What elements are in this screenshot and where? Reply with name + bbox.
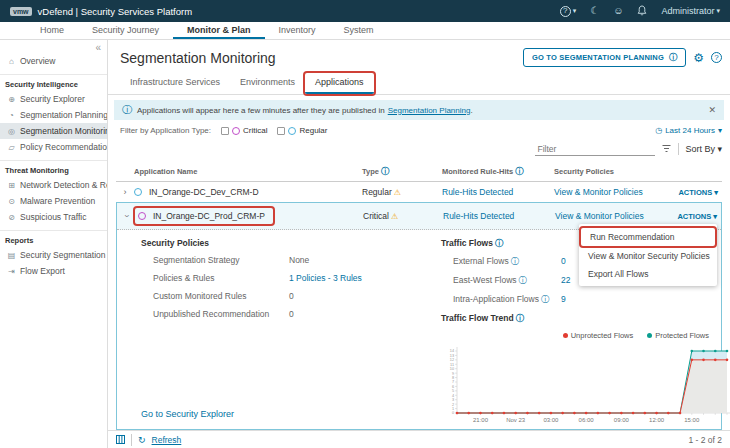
list-footer: ↻ Refresh 1 - 2 of 2 [108, 430, 730, 448]
expanded-row-container: › IN_Orange-DC_Prod_CRM-P Critical⚠ Rule… [116, 202, 722, 430]
sidebar-item-security-explorer[interactable]: ⊕ Security Explorer [0, 91, 107, 107]
banner-close-icon[interactable]: ✕ [708, 105, 716, 115]
actions-menu: Run Recommendation View & Monitor Securi… [579, 224, 717, 286]
info-icon: ⓘ [495, 239, 503, 248]
filter-funnel-icon[interactable] [661, 140, 672, 158]
svg-text:10: 10 [450, 367, 454, 371]
main-content: Segmentation Monitoring GO TO SEGMENTATI… [108, 40, 730, 448]
nav-monitor-plan[interactable]: Monitor & Plan [173, 22, 265, 39]
sidebar-item-policy-recommendations[interactable]: ▱ Policy Recommendations [0, 139, 107, 155]
tab-infrastructure-services[interactable]: Infrastructure Services [120, 73, 230, 94]
refresh-link[interactable]: Refresh [152, 435, 182, 445]
menu-item-run-recommendation[interactable]: Run Recommendation [581, 228, 715, 246]
go-to-segmentation-planning-button[interactable]: GO TO SEGMENTATION PLANNING ⓘ [523, 48, 686, 67]
svg-text:2: 2 [452, 403, 454, 407]
divider [678, 143, 679, 155]
feedback-smiley-icon[interactable]: ☺ [613, 6, 623, 16]
detail-row: Intra-Application Flowsⓘ 9 [441, 294, 715, 305]
sort-by-dropdown[interactable]: Sort By ▾ [685, 144, 722, 154]
help-menu-icon[interactable]: ?▾ [560, 5, 577, 17]
divider [131, 434, 132, 446]
chevron-down-icon: ▾ [716, 7, 720, 15]
help-icon[interactable]: ? [711, 52, 722, 63]
svg-text:12:00: 12:00 [649, 417, 665, 423]
security-explorer-icon: ⊕ [7, 95, 16, 104]
table-header-row: Application Name Typeⓘ Monitored Rule-Hi… [116, 162, 722, 182]
col-monitored-rule-hits: Monitored Rule-Hitsⓘ [442, 166, 554, 177]
go-to-security-explorer-link[interactable]: Go to Security Explorer [141, 409, 441, 425]
overview-icon: ⌂ [7, 57, 16, 66]
expand-chevron-icon[interactable]: › [116, 187, 134, 197]
sidebar-item-overview[interactable]: ⌂ Overview [0, 53, 107, 69]
collapse-chevron-icon[interactable]: › [121, 215, 131, 218]
nav-security-journey[interactable]: Security Journey [78, 22, 173, 39]
main-nav: Home Security Journey Monitor & Plan Inv… [0, 22, 730, 40]
page-title: Segmentation Monitoring [120, 50, 276, 66]
detail-row: Segmentation Strategy None [141, 255, 441, 265]
col-type: Typeⓘ [362, 166, 442, 177]
sidebar: « ⌂ Overview Security Intelligence ⊕ Sec… [0, 40, 108, 448]
view-monitor-policies-link[interactable]: View & Monitor Policies [554, 187, 662, 197]
svg-text:15:00: 15:00 [684, 417, 700, 423]
svg-text:0: 0 [452, 411, 454, 415]
critical-checkbox[interactable] [221, 127, 229, 135]
malware-prevention-icon: ⊙ [7, 197, 16, 206]
rule-hits-link[interactable]: Rule-Hits Detected [442, 187, 554, 197]
nav-inventory[interactable]: Inventory [265, 22, 330, 39]
chevron-down-icon: ▾ [714, 188, 718, 197]
application-name-cell: IN_Orange-DC_Dev_CRM-D [134, 187, 362, 197]
sidebar-item-network-detection[interactable]: ⊞ Network Detection & Res... [0, 177, 107, 193]
sidebar-item-segmentation-monitoring[interactable]: ◎ Segmentation Monitoring [0, 123, 107, 139]
info-icon: ⓘ [515, 167, 523, 176]
regular-label: Regular [299, 126, 327, 135]
topbar-actions: ?▾ ☾ ☺ Administrator▾ [560, 5, 720, 18]
banner-segmentation-planning-link[interactable]: Segmentation Planning [388, 106, 471, 115]
settings-gear-icon[interactable]: ⚙ [693, 52, 704, 64]
sidebar-item-suspicious-traffic[interactable]: ⊘ Suspicious Traffic [0, 209, 107, 225]
product-title: vDefend | Security Services Platform [38, 6, 193, 17]
sidebar-item-flow-export[interactable]: ⇥ Flow Export [0, 263, 107, 279]
col-security-policies: Security Policies [554, 167, 662, 176]
svg-text:14: 14 [450, 349, 454, 353]
view-monitor-policies-link[interactable]: View & Monitor Policies [555, 211, 663, 221]
critical-app-icon [138, 212, 146, 220]
info-icon: ⓘ [669, 52, 677, 63]
sidebar-item-malware-prevention[interactable]: ⊙ Malware Prevention [0, 193, 107, 209]
actions-dropdown[interactable]: ACTIONS ▾ [662, 188, 722, 197]
tab-applications[interactable]: Applications [305, 73, 374, 94]
nav-system[interactable]: System [330, 22, 388, 39]
theme-moon-icon[interactable]: ☾ [590, 6, 599, 16]
chevron-down-icon: ▾ [718, 126, 722, 135]
sidebar-collapse-icon[interactable]: « [0, 42, 107, 53]
detail-row: Policies & Rules 1 Policies - 3 Rules [141, 273, 441, 283]
banner-text: Applications will appear here a few minu… [137, 106, 385, 115]
rule-hits-link[interactable]: Rule-Hits Detected [443, 211, 555, 221]
notifications-bell-icon[interactable] [637, 5, 647, 18]
refresh-icon[interactable]: ↻ [138, 435, 146, 445]
menu-item-view-monitor-security-policies[interactable]: View & Monitor Security Policies [579, 247, 717, 265]
sidebar-item-security-segmentation-report[interactable]: ▤ Security Segmentation R... [0, 247, 107, 263]
svg-text:6: 6 [452, 385, 454, 389]
sidebar-item-segmentation-planning[interactable]: ◔ Segmentation Planning [0, 107, 107, 123]
policies-rules-link[interactable]: 1 Policies - 3 Rules [289, 273, 362, 283]
regular-checkbox[interactable] [277, 127, 285, 135]
user-menu[interactable]: Administrator▾ [661, 6, 720, 16]
svg-text:11: 11 [450, 363, 454, 367]
type-cell: Regular⚠ [362, 187, 442, 197]
sidebar-section-reports: Reports [0, 230, 107, 247]
nav-home[interactable]: Home [26, 22, 78, 39]
security-policies-title: Security Policies [141, 238, 441, 248]
tab-environments[interactable]: Environments [230, 73, 305, 94]
legend-protected-flows: Protected Flows [647, 331, 709, 340]
actions-dropdown[interactable]: ACTIONS ▾ [663, 212, 721, 221]
critical-label: Critical [243, 126, 267, 135]
time-range-selector[interactable]: ◷ Last 24 Hours ▾ [655, 126, 722, 135]
traffic-flow-trend-title: Traffic Flow Trendⓘ [441, 313, 715, 324]
warning-icon: ⚠ [391, 212, 398, 221]
menu-item-export-all-flows[interactable]: Export All Flows [579, 265, 717, 283]
svg-text:13: 13 [450, 354, 454, 358]
column-picker-icon[interactable] [116, 435, 125, 446]
report-icon: ▤ [7, 251, 16, 260]
filter-input[interactable] [535, 143, 655, 156]
chevron-down-icon: ▾ [717, 144, 722, 154]
